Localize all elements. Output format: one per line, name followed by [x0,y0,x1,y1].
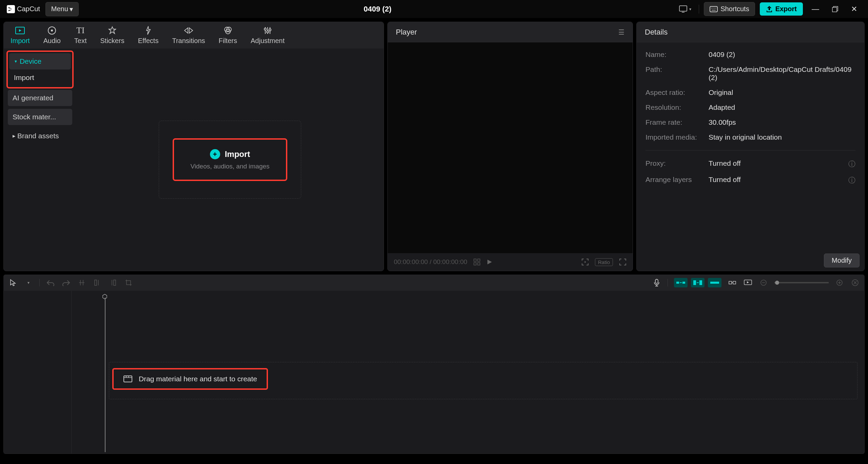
timeline-drag-hint-highlight: Drag material here and start to create [112,368,268,390]
svg-rect-22 [474,259,476,261]
player-viewport [388,42,633,253]
sidebar-stock-materials[interactable]: Stock mater... [8,109,72,125]
trim-right-button[interactable] [108,278,118,287]
zoom-in-button[interactable] [835,278,844,287]
display-icon[interactable]: ▾ [676,4,694,14]
import-dropzone[interactable]: + Import Videos, audios, and images [159,121,301,199]
trim-left-button[interactable] [93,278,102,287]
sidebar-device[interactable]: ▼ Device [9,53,71,69]
redo-button[interactable] [61,278,71,287]
sidebar-import[interactable]: Import [9,69,71,86]
details-panel: Details Name: 0409 (2) Path: C:/Users/Ad… [636,22,865,271]
project-title: 0409 (2) [84,5,671,14]
play-button[interactable] [486,259,493,265]
tab-effects[interactable]: Effects [131,22,166,48]
transitions-icon [184,25,193,36]
undo-button[interactable] [46,278,55,287]
player-grid-icon[interactable] [474,259,480,265]
svg-point-46 [775,281,779,285]
export-button[interactable]: Export [760,2,803,16]
capcut-logo-icon [7,5,15,13]
audio-icon [47,25,56,36]
detail-arrange-layers: Arrange layers Turned off ⓘ [645,176,855,185]
detail-aspect: Aspect ratio: Original [645,88,855,97]
tab-transitions[interactable]: Transitions [165,22,212,48]
preview-button[interactable] [743,278,753,287]
menu-button[interactable]: Menu ▾ [45,2,79,16]
svg-rect-31 [655,279,658,283]
cursor-dropdown-icon[interactable]: ▾ [24,278,33,287]
info-icon[interactable]: ⓘ [848,176,855,185]
device-import-highlight: ▼ Device Import [6,51,74,88]
info-icon[interactable]: ⓘ [848,159,855,169]
zoom-out-button[interactable] [759,278,768,287]
svg-rect-35 [693,280,696,285]
svg-rect-40 [733,281,736,284]
player-controls: 00:00:00:00 / 00:00:00:00 Ratio [388,253,633,271]
detail-proxy: Proxy: Turned off ⓘ [645,159,855,169]
svg-rect-38 [710,282,719,284]
import-subtitle: Videos, audios, and images [190,163,269,170]
detail-separator [645,150,855,150]
triangle-right-icon: ▶ [13,134,15,138]
tab-adjustment[interactable]: Adjustment [244,22,291,48]
svg-rect-39 [729,281,732,284]
keyboard-icon [710,6,718,12]
library-panel: Import Audio TI Text Stickers Effects Tr… [3,22,384,271]
svg-point-17 [264,28,266,30]
split-button[interactable] [77,278,86,287]
zoom-medium-button[interactable] [691,278,705,287]
zoom-slider[interactable] [774,280,829,285]
modify-button[interactable]: Modify [824,254,860,267]
divider [699,5,699,14]
timeline-drag-hint: Drag material here and start to create [139,375,257,383]
tab-text[interactable]: TI Text [67,22,94,48]
plus-icon: + [210,149,220,159]
svg-rect-32 [676,282,679,284]
tab-audio[interactable]: Audio [37,22,67,48]
timeline[interactable]: ⬡ Drag material here and start to create [3,291,865,454]
playhead-line[interactable] [105,298,105,452]
effects-icon [144,25,153,36]
ratio-button[interactable]: Ratio [595,258,613,266]
tab-import[interactable]: Import [4,22,37,48]
timeline-toolbar: ▾ [3,275,865,291]
mic-button[interactable] [652,278,661,287]
upload-icon [766,6,773,13]
tab-stickers[interactable]: Stickers [94,22,131,48]
sidebar-brand-assets[interactable]: ▶ Brand assets [8,128,72,144]
svg-rect-33 [682,282,685,284]
maximize-button[interactable] [828,5,842,14]
svg-rect-27 [95,280,97,285]
player-timecode: 00:00:00:00 / 00:00:00:00 [394,258,467,266]
fullscreen-icon[interactable] [619,258,626,266]
zoom-fit-button[interactable] [850,278,860,287]
library-body: ▼ Device Import AI generated Stock mater… [4,48,384,271]
library-content: + Import Videos, audios, and images [76,48,384,271]
svg-rect-51 [124,376,132,382]
zoom-narrow-button[interactable] [674,278,688,287]
details-header: Details [637,22,864,42]
player-focus-icon[interactable] [581,258,589,266]
app-name: CapCut [17,5,40,13]
detail-resolution: Resolution: Adapted [645,103,855,112]
detail-path: Path: C:/Users/Admin/Desktop/CapCut Draf… [645,65,855,82]
minimize-button[interactable]: — [808,3,823,15]
svg-rect-23 [478,259,480,261]
tab-filters[interactable]: Filters [212,22,244,48]
magnet-button[interactable] [728,278,737,287]
player-menu-icon[interactable]: ☰ [618,28,624,36]
crop-button[interactable] [124,278,133,287]
titlebar-right: ▾ Shortcuts Export — ✕ [676,2,861,16]
close-button[interactable]: ✕ [847,3,861,15]
sidebar-ai-generated[interactable]: AI generated [8,90,72,106]
timeline-track-gutter [4,291,72,453]
svg-rect-0 [679,6,687,11]
zoom-wide-button[interactable] [708,278,721,287]
library-tabs: Import Audio TI Text Stickers Effects Tr… [4,22,384,48]
svg-rect-30 [114,280,116,285]
svg-rect-36 [699,280,702,285]
shortcuts-button[interactable]: Shortcuts [704,2,755,16]
cursor-tool[interactable] [8,278,18,287]
player-panel: Player ☰ 00:00:00:00 / 00:00:00:00 Ratio [387,22,633,271]
